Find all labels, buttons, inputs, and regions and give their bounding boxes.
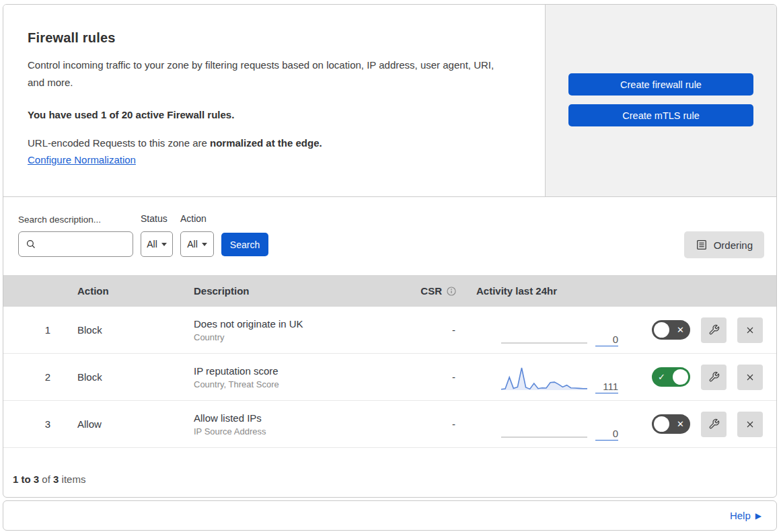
rule-enabled-toggle[interactable]: ✕ [652,320,690,340]
firewall-rules-page: Firewall rules Control incoming traffic … [0,0,781,532]
create-mtls-rule-button[interactable]: Create mTLS rule [568,104,753,126]
search-label: Search description... [18,215,101,225]
table-row: 1 Block Does not originate in UK Country… [3,307,776,354]
normalization-note-bold: normalized at the edge. [210,137,322,149]
filter-bar: Search description... Status All Action … [3,197,776,275]
rule-priority: 2 [3,371,77,383]
delete-rule-button[interactable] [737,412,763,437]
rule-action: Block [77,324,194,336]
ordering-list-icon [696,239,708,251]
toggle-state-icon: ✕ [677,419,684,429]
rule-activity-cell: 0 [468,307,644,353]
page-description: Control incoming traffic to your zone by… [28,56,509,91]
wrench-icon [708,418,720,430]
create-firewall-rule-button[interactable]: Create firewall rule [568,73,753,96]
rule-description: Does not originate in UK [194,318,387,330]
wrench-icon [708,324,720,336]
header-csr-label: CSR [420,285,442,297]
ordering-button-label: Ordering [714,239,753,251]
items-word: items [62,473,86,485]
table-header: Action Description CSR Activity last 24h… [3,275,776,307]
intro-panel: Firewall rules Control incoming traffic … [3,5,546,196]
help-bar: Help ▶ [3,500,777,531]
status-label: Status [141,213,168,224]
rule-activity-cell: 111 [468,354,644,400]
header-csr: CSR [387,285,468,297]
rule-description: IP reputation score [194,365,387,377]
action-select-value: All [187,239,198,250]
activity-count-link[interactable]: 0 [595,428,618,441]
rule-priority: 1 [3,324,77,336]
rule-description-cell: IP reputation score Country, Threat Scor… [194,365,387,389]
rule-activity-cell: 0 [468,401,644,447]
table-row: 2 Block IP reputation score Country, Thr… [3,354,776,401]
action-select[interactable]: All [180,231,214,257]
configure-normalization-link[interactable]: Configure Normalization [28,154,136,165]
action-label: Action [180,213,207,224]
rule-action: Block [77,371,194,383]
activity-sparkline [501,412,587,441]
rule-description-cell: Does not originate in UK Country [194,318,387,342]
rule-criteria: Country [194,332,387,342]
rule-controls: ✕ [644,317,776,343]
close-icon [745,419,755,430]
rule-enabled-toggle[interactable]: ✕ [652,414,690,434]
rule-priority: 3 [3,418,77,430]
delete-rule-button[interactable] [737,365,763,390]
rule-csr-value: - [387,371,468,383]
close-icon [745,325,755,336]
help-link[interactable]: Help ▶ [730,510,761,521]
rule-enabled-toggle[interactable]: ✓ [652,367,690,387]
items-total: 3 [53,473,59,485]
rule-description: Allow listed IPs [194,412,387,424]
rule-action: Allow [77,418,194,430]
wrench-icon [708,371,720,383]
ordering-button[interactable]: Ordering [684,231,764,258]
activity-count-link[interactable]: 111 [595,381,618,393]
rule-csr-value: - [387,418,468,430]
items-range: 1 to 3 [13,473,39,485]
search-input[interactable] [42,232,133,256]
page-title: Firewall rules [28,30,518,46]
search-input-container [18,231,133,257]
chevron-down-icon [161,243,167,246]
activity-sparkline [501,318,587,346]
edit-rule-button[interactable] [701,365,727,390]
search-button[interactable]: Search [221,233,268,256]
rule-criteria: Country, Threat Score [194,379,387,389]
status-select-value: All [147,239,157,250]
close-icon [745,372,755,383]
activity-sparkline [501,365,587,393]
edit-rule-button[interactable] [701,412,727,437]
activity-count-link[interactable]: 0 [595,334,618,346]
rule-controls: ✓ [644,365,776,390]
rule-controls: ✕ [644,412,776,437]
cta-panel: Create firewall rule Create mTLS rule [546,5,776,196]
items-count: 1 to 3 of 3 items [3,448,776,485]
normalization-note: URL-encoded Requests to this zone are no… [28,137,518,149]
usage-summary: You have used 1 of 20 active Firewall ru… [28,109,518,120]
toggle-knob [673,369,688,385]
arrow-right-icon: ▶ [755,512,761,520]
delete-rule-button[interactable] [737,317,763,343]
firewall-rules-card: Firewall rules Control incoming traffic … [3,4,777,498]
header-description: Description [194,285,387,297]
chevron-down-icon [202,243,207,246]
toggle-knob [654,322,669,338]
rule-csr-value: - [387,324,468,336]
rule-criteria: IP Source Address [194,426,387,436]
toggle-state-icon: ✕ [677,325,684,335]
edit-rule-button[interactable] [701,317,727,343]
header-activity: Activity last 24hr [468,285,644,297]
info-icon[interactable] [446,286,457,297]
header-action: Action [77,285,194,297]
items-of: of [42,473,50,485]
table-row: 3 Allow Allow listed IPs IP Source Addre… [3,401,776,448]
normalization-note-text: URL-encoded Requests to this zone are [28,137,210,149]
status-select[interactable]: All [141,231,173,257]
rule-description-cell: Allow listed IPs IP Source Address [194,412,387,436]
search-icon [26,239,36,250]
toggle-knob [654,416,669,432]
help-label: Help [730,510,751,521]
top-section: Firewall rules Control incoming traffic … [3,5,776,197]
